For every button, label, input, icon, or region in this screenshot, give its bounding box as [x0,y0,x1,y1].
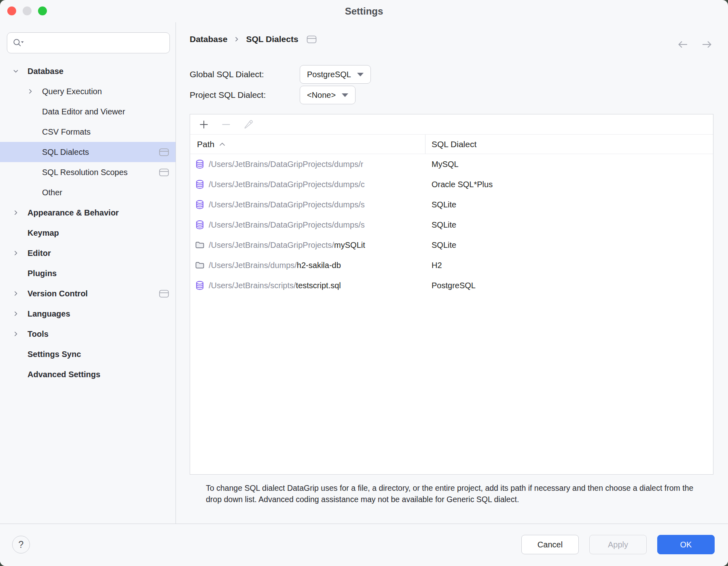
table-row[interactable]: /Users/JetBrains/DataGripProjects/mySQLi… [190,235,713,255]
settings-content: Database SQL Dialects Global SQL Dialect… [176,22,728,524]
ok-button[interactable]: OK [657,535,715,554]
footer-buttons: Cancel Apply OK [521,535,715,554]
table-row[interactable]: /Users/JetBrains/scripts/testscript.sql … [190,275,713,296]
breadcrumb-root[interactable]: Database [190,34,227,44]
chevron-collapsed-icon[interactable] [12,330,28,338]
path-cell: /Users/JetBrains/DataGripProjects/dumps/… [190,159,425,169]
edit-path-button[interactable] [243,119,254,130]
table-row[interactable]: /Users/JetBrains/DataGripProjects/dumps/… [190,174,713,194]
back-arrow-icon[interactable] [676,39,689,51]
chevron-slot [27,189,42,196]
table-row[interactable]: /Users/JetBrains/DataGripProjects/dumps/… [190,154,713,174]
sidebar-item-csv-formats[interactable]: CSV Formats [0,122,176,142]
dialect-cell[interactable]: Oracle SQL*Plus [425,180,493,189]
chevron-slot [27,148,42,156]
sidebar-item-label: Data Editor and Viewer [42,107,125,116]
sidebar-item-label: Advanced Settings [28,370,100,379]
help-button[interactable]: ? [12,536,30,553]
sidebar-item-other[interactable]: Other [0,182,176,203]
sidebar-item-settings-sync[interactable]: Settings Sync [0,344,176,364]
sidebar-item-query-execution[interactable]: Query Execution [0,81,176,101]
history-navigation [676,39,713,51]
sidebar-item-tools[interactable]: Tools [0,324,176,344]
sidebar-item-data-editor-and-viewer[interactable]: Data Editor and Viewer [0,101,176,122]
chevron-collapsed-icon[interactable] [12,209,28,216]
traffic-lights [7,6,47,15]
global-dialect-label: Global SQL Dialect: [190,70,300,79]
chevron-collapsed-icon[interactable] [12,310,28,317]
path-cell: /Users/JetBrains/DataGripProjects/dumps/… [190,199,425,210]
dialect-cell[interactable]: MySQL [425,160,459,169]
titlebar: Settings [0,0,728,22]
sidebar-item-label: Languages [28,309,70,319]
global-dialect-value: PostgreSQL [307,70,351,79]
global-dialect-row: Global SQL Dialect: PostgreSQL [190,65,371,84]
window-badge-icon [307,35,317,44]
chevron-expanded-icon[interactable] [12,68,28,75]
sidebar-item-database[interactable]: Database [0,61,176,81]
table-row[interactable]: /Users/JetBrains/dumps/h2-sakila-db H2 [190,255,713,275]
search-input[interactable] [28,38,165,48]
sidebar-item-sql-resolution-scopes[interactable]: SQL Resolution Scopes [0,162,176,182]
chevron-collapsed-icon[interactable] [27,88,42,95]
path-cell: /Users/JetBrains/dumps/h2-sakila-db [190,260,425,270]
dialect-cell[interactable]: SQLite [425,241,456,250]
column-divider[interactable] [425,135,425,154]
apply-button[interactable]: Apply [589,535,647,554]
database-file-icon [195,159,205,169]
sidebar-item-label: SQL Dialects [42,148,89,157]
window-badge-icon [159,148,169,156]
table-row[interactable]: /Users/JetBrains/DataGripProjects/dumps/… [190,215,713,235]
chevron-collapsed-icon[interactable] [12,290,28,297]
global-dialect-dropdown[interactable]: PostgreSQL [300,65,371,84]
chevron-slot [27,108,42,115]
sidebar-item-label: Query Execution [42,87,102,96]
sidebar-item-sql-dialects[interactable]: SQL Dialects [0,142,176,162]
settings-window: Settings Database [0,0,728,566]
path-text: /Users/JetBrains/scripts/testscript.sql [209,281,341,290]
add-path-button[interactable] [198,119,210,130]
minimize-button[interactable] [23,6,32,15]
chevron-slot [27,169,42,176]
dialect-cell[interactable]: SQLite [425,220,456,230]
table-row[interactable]: /Users/JetBrains/DataGripProjects/dumps/… [190,194,713,215]
column-header-dialect[interactable]: SQL Dialect [425,139,476,149]
sidebar-item-label: Database [28,67,63,76]
sidebar-item-label: Appearance & Behavior [28,208,119,218]
forward-arrow-icon[interactable] [700,39,713,51]
dialect-cell[interactable]: H2 [425,261,442,270]
zoom-button[interactable] [38,6,47,15]
search-field[interactable] [7,32,170,53]
close-button[interactable] [7,6,16,15]
chevron-slot [12,270,28,277]
breadcrumb-current: SQL Dialects [246,34,298,44]
sidebar-item-label: Tools [28,329,49,339]
sidebar-item-version-control[interactable]: Version Control [0,283,176,304]
chevron-collapsed-icon[interactable] [12,249,28,257]
sidebar-item-appearance-behavior[interactable]: Appearance & Behavior [0,203,176,223]
dialect-cell[interactable]: SQLite [425,200,456,209]
path-text: /Users/JetBrains/DataGripProjects/dumps/… [209,220,365,230]
chevron-slot [12,371,28,378]
project-dialect-dropdown[interactable]: <None> [300,86,356,104]
chevron-slot [12,229,28,237]
sidebar-item-languages[interactable]: Languages [0,304,176,324]
sidebar-item-label: CSV Formats [42,127,91,137]
column-header-dialect-label: SQL Dialect [432,139,476,149]
path-cell: /Users/JetBrains/scripts/testscript.sql [190,280,425,291]
dialect-cell[interactable]: PostgreSQL [425,281,476,290]
sidebar-item-editor[interactable]: Editor [0,243,176,263]
sidebar-item-keymap[interactable]: Keymap [0,223,176,243]
remove-path-button[interactable] [220,119,232,130]
database-file-icon [195,199,205,210]
window-badge-icon [159,289,169,298]
sidebar-item-advanced-settings[interactable]: Advanced Settings [0,364,176,384]
sidebar-item-label: Settings Sync [28,350,81,359]
sidebar-item-label: Keymap [28,228,59,238]
column-header-path[interactable]: Path [190,139,425,149]
chevron-slot [27,128,42,135]
dropdown-caret-icon [342,93,348,97]
sidebar-item-plugins[interactable]: Plugins [0,263,176,283]
database-file-icon [195,280,205,291]
cancel-button[interactable]: Cancel [521,535,579,554]
